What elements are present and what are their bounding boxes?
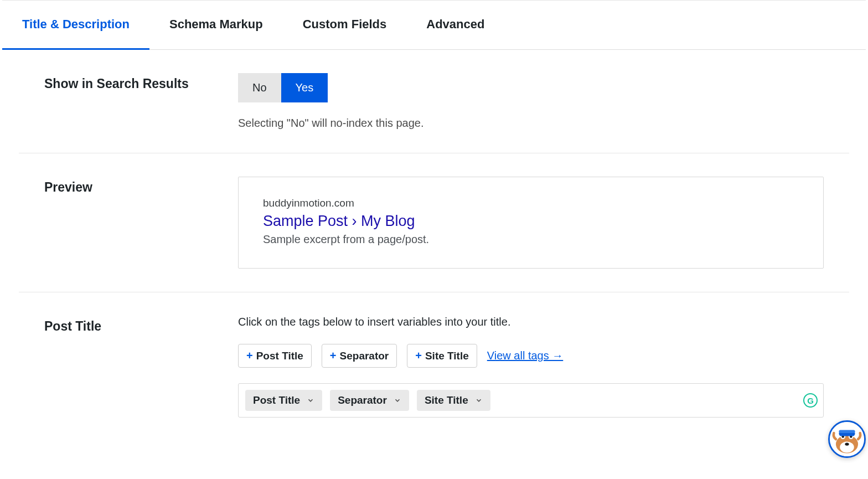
tag-site-title[interactable]: + Site Title	[407, 344, 477, 368]
toggle-show-in-search: No Yes	[238, 73, 328, 102]
tag-label: Site Title	[425, 350, 469, 362]
chevron-down-icon	[391, 394, 404, 406]
serp-title: Sample Post › My Blog	[263, 213, 799, 230]
svg-point-9	[845, 442, 849, 445]
tab-title-description[interactable]: Title & Description	[2, 1, 149, 50]
tab-custom-fields[interactable]: Custom Fields	[283, 1, 407, 50]
tag-insert-row: + Post Title + Separator + Site Title Vi…	[238, 344, 824, 368]
tag-separator[interactable]: + Separator	[322, 344, 397, 368]
hint-noindex: Selecting "No" will no-index this page.	[238, 117, 824, 130]
chip-label: Separator	[338, 394, 387, 406]
label-show-in-search: Show in Search Results	[44, 73, 238, 130]
mascot-help-button[interactable]	[828, 420, 866, 458]
serp-preview[interactable]: buddyinmotion.com Sample Post › My Blog …	[238, 177, 824, 269]
chevron-down-icon	[304, 394, 317, 406]
label-post-title: Post Title	[44, 316, 238, 418]
chip-label: Site Title	[425, 394, 468, 406]
tab-schema-markup[interactable]: Schema Markup	[149, 1, 283, 50]
section-preview: Preview buddyinmotion.com Sample Post › …	[19, 153, 849, 292]
toggle-yes[interactable]: Yes	[281, 73, 328, 102]
label-preview: Preview	[44, 177, 238, 269]
view-all-tags-link[interactable]: View all tags →	[487, 349, 563, 362]
plus-icon: +	[415, 349, 422, 362]
tabs-bar: Title & Description Schema Markup Custom…	[2, 1, 866, 50]
post-title-input[interactable]: Post Title Separator Site Title	[238, 383, 824, 418]
toggle-no[interactable]: No	[238, 73, 281, 102]
serp-description: Sample excerpt from a page/post.	[263, 233, 799, 246]
section-post-title: Post Title Click on the tags below to in…	[19, 292, 849, 441]
chip-post-title[interactable]: Post Title	[245, 390, 322, 411]
tag-post-title[interactable]: + Post Title	[238, 344, 312, 368]
tag-label: Post Title	[256, 350, 303, 362]
chip-site-title[interactable]: Site Title	[417, 390, 490, 411]
section-show-in-search: Show in Search Results No Yes Selecting …	[19, 50, 849, 153]
plus-icon: +	[246, 349, 253, 362]
chip-separator[interactable]: Separator	[330, 390, 409, 411]
chip-label: Post Title	[253, 394, 300, 406]
chevron-down-icon	[473, 394, 485, 406]
svg-rect-8	[839, 430, 855, 433]
tag-label: Separator	[340, 350, 389, 362]
serp-url: buddyinmotion.com	[263, 197, 799, 209]
tab-advanced[interactable]: Advanced	[406, 1, 504, 50]
grammarly-icon[interactable]: G	[803, 393, 818, 408]
hint-post-title: Click on the tags below to insert variab…	[238, 316, 824, 328]
plus-icon: +	[330, 349, 337, 362]
